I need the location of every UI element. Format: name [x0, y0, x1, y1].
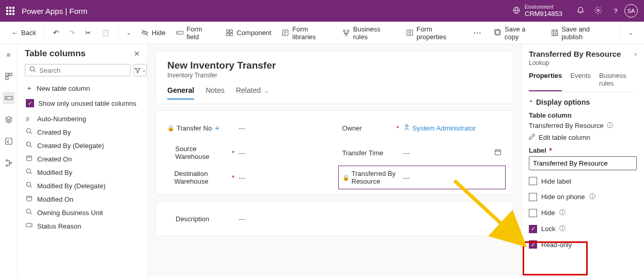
svg-point-20 — [345, 34, 348, 36]
column-item[interactable]: Modified On — [25, 192, 140, 206]
business-rules-button[interactable]: Business rules — [338, 23, 400, 43]
display-options-section[interactable]: ⌃ Display options — [529, 98, 637, 106]
form-libraries-button[interactable]: Form libraries — [277, 23, 336, 43]
props-tab-events[interactable]: Events — [570, 72, 591, 91]
notification-icon[interactable] — [572, 6, 589, 16]
field-transfer-no[interactable]: 🔒Transfer No+ --- — [167, 120, 327, 136]
props-title: Transferred By Resource — [529, 50, 621, 58]
field-transferred-by-resource[interactable]: 🔒Transferred By Resource --- — [340, 168, 504, 187]
form-title: New Inventory Transfer — [167, 60, 501, 71]
tab-related[interactable]: Related ⌄ — [236, 86, 269, 100]
field-source-warehouse[interactable]: Source Warehouse* --- — [167, 145, 327, 160]
hide-label-checkbox[interactable]: Hide label — [529, 173, 637, 189]
label-field-label: Label * — [529, 146, 637, 154]
column-type-icon — [26, 141, 33, 150]
field-description[interactable]: Description --- — [167, 211, 501, 226]
back-button[interactable]: ← Back — [7, 26, 40, 39]
component-button[interactable]: Component — [222, 26, 275, 39]
column-item[interactable]: Created By (Delegate) — [25, 139, 140, 152]
avatar[interactable]: SA — [624, 4, 638, 18]
column-item[interactable]: Created On — [25, 152, 140, 166]
rail-tree-icon[interactable] — [3, 157, 15, 169]
info-icon[interactable]: ⓘ — [559, 224, 566, 233]
column-item[interactable]: Owning Business Unit — [25, 206, 140, 219]
chevron-down-icon[interactable]: ⌄ — [122, 27, 135, 38]
table-column-label: Table column — [529, 111, 637, 119]
column-item[interactable]: Modified By — [25, 166, 140, 179]
person-icon — [403, 124, 410, 132]
field-owner[interactable]: Owner* System Administrator — [342, 120, 502, 136]
lock-checkbox[interactable]: ✓ Lock ⓘ — [529, 221, 637, 237]
svg-rect-1 — [9, 7, 11, 9]
save-copy-button[interactable]: Save a copy — [490, 23, 545, 43]
environment-label: Environment — [525, 4, 562, 10]
help-icon[interactable]: ? — [607, 7, 624, 15]
info-icon[interactable]: ⓘ — [607, 121, 613, 130]
redo-button[interactable]: ↷ — [65, 26, 79, 39]
tab-notes[interactable]: Notes — [206, 86, 225, 100]
svg-rect-2 — [12, 7, 14, 9]
table-column-value: Transferred By Resource ⓘ — [529, 121, 637, 130]
info-icon[interactable]: ⓘ — [559, 208, 566, 217]
svg-point-43 — [405, 125, 408, 127]
hide-button[interactable]: Hide — [137, 26, 170, 39]
checkbox-icon: ✓ — [529, 225, 537, 233]
props-tab-properties[interactable]: Properties — [529, 72, 562, 91]
waffle-icon[interactable] — [6, 7, 14, 15]
svg-rect-4 — [9, 10, 11, 12]
info-icon[interactable]: ⓘ — [589, 192, 595, 201]
more-commands-button[interactable]: ⋯ — [469, 25, 486, 40]
field-transfer-time[interactable]: Transfer Time --- — [342, 145, 502, 160]
rail-collapse-icon[interactable]: ≡ — [3, 48, 15, 61]
field-destination-warehouse[interactable]: Destination Warehouse* --- — [167, 170, 327, 185]
column-item[interactable]: #Auto-Numbering — [25, 112, 140, 125]
paste-button[interactable]: 📋 — [97, 26, 114, 39]
left-rail: ≡ — [0, 44, 18, 277]
form-field-button[interactable]: Form field — [172, 23, 220, 43]
column-item[interactable]: Status Reason — [25, 219, 140, 233]
form-properties-button[interactable]: Form properties — [402, 23, 467, 43]
rail-field-icon[interactable] — [3, 92, 15, 104]
svg-rect-14 — [230, 30, 233, 32]
rail-library-icon[interactable] — [3, 135, 15, 148]
label-input[interactable] — [529, 156, 637, 170]
save-publish-chevron[interactable]: ⌄ — [624, 27, 637, 38]
checkbox-icon — [529, 209, 537, 217]
new-column-button[interactable]: ＋ New table column — [25, 80, 140, 96]
filter-button[interactable]: ⌄ — [134, 64, 147, 76]
edit-table-column-link[interactable]: Edit table column — [529, 133, 637, 141]
search-input[interactable] — [39, 67, 126, 74]
show-unused-checkbox[interactable]: ✓ Show only unused table columns — [25, 96, 140, 110]
form-subtitle: Inventory Transfer — [167, 72, 501, 79]
environment-picker[interactable]: Environment CRM914853 — [512, 4, 562, 18]
readonly-checkbox[interactable]: ✓ Read-only — [529, 237, 637, 252]
close-icon[interactable]: ✕ — [134, 50, 140, 58]
svg-rect-16 — [230, 33, 233, 36]
column-item-label: Created On — [37, 155, 72, 163]
hide-checkbox[interactable]: Hide ⓘ — [529, 205, 637, 221]
props-tab-rules[interactable]: Business rules — [599, 72, 637, 91]
svg-rect-13 — [227, 30, 229, 32]
calendar-icon[interactable] — [494, 149, 501, 157]
checkbox-icon: ✓ — [529, 240, 537, 249]
cut-button[interactable]: ✂ — [81, 26, 95, 39]
chevron-right-icon[interactable]: › — [635, 50, 637, 58]
column-item-label: Modified By (Delegate) — [37, 182, 105, 190]
hide-on-phone-checkbox[interactable]: Hide on phone ⓘ — [529, 189, 637, 205]
column-item[interactable]: Created By — [25, 125, 140, 139]
checkbox-icon — [529, 177, 537, 185]
rail-layers-icon[interactable] — [3, 113, 15, 126]
checkbox-icon: ✓ — [26, 99, 34, 107]
settings-icon[interactable] — [589, 6, 607, 16]
save-publish-button[interactable]: Save and publish — [547, 23, 616, 43]
undo-button[interactable]: ↶ — [49, 26, 63, 39]
tab-general[interactable]: General — [167, 86, 194, 100]
rail-components-icon[interactable] — [3, 70, 15, 83]
back-arrow-icon: ← — [11, 29, 18, 37]
svg-rect-44 — [495, 150, 501, 155]
column-item-label: Created By (Delegate) — [37, 142, 104, 150]
lock-icon: 🔒 — [342, 174, 350, 181]
column-item[interactable]: Modified By (Delegate) — [25, 179, 140, 192]
svg-rect-37 — [27, 156, 32, 160]
search-input-wrap[interactable] — [25, 64, 131, 76]
